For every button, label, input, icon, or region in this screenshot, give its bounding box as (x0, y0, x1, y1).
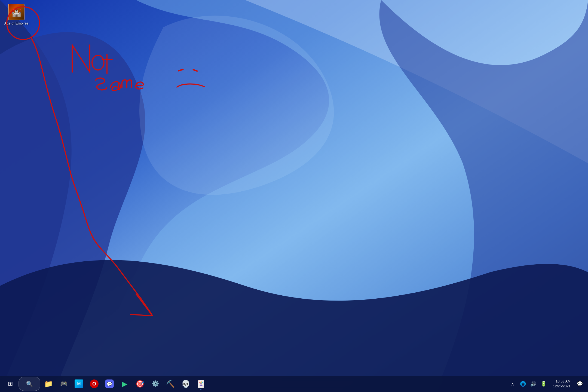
tray-volume[interactable]: 🔊 (528, 378, 538, 390)
taskbar-app-skull[interactable]: 💀 (179, 377, 193, 391)
discord-icon: 💬 (105, 379, 114, 388)
search-button[interactable]: 🔍 (19, 377, 40, 391)
age-of-empires-label: Age of Empires (4, 21, 29, 26)
taskbar-app-minecraft[interactable]: ⛏️ (163, 377, 177, 391)
taskbar-app-game2[interactable]: 🃏 (194, 377, 208, 391)
clock-time: 10:53 AM (556, 379, 571, 384)
xbox-icon: 🎯 (136, 380, 144, 388)
game2-icon: 🃏 (197, 380, 205, 388)
file-explorer-icon: 📁 (44, 380, 53, 388)
tray-icons: ∧ 🌐 🔊 🔋 (508, 378, 549, 390)
minecraft-icon: ⛏️ (166, 380, 175, 388)
notification-button[interactable]: 💬 (575, 378, 585, 390)
taskbar-app-gamebar[interactable]: 🎮 (57, 377, 71, 391)
taskbar-app-opera[interactable]: O (87, 377, 101, 391)
edge-icon: ▶ (122, 380, 127, 388)
search-icon: 🔍 (26, 381, 33, 387)
taskbar-app-discord[interactable]: 💬 (102, 377, 117, 391)
opera-icon: O (90, 379, 99, 388)
age-of-empires-icon (8, 4, 24, 20)
gamebar-icon: 🎮 (60, 380, 68, 387)
tray-chevron[interactable]: ∧ (508, 378, 517, 390)
desktop: Age of Empires (0, 0, 588, 392)
taskbar-app-cortana[interactable]: M (72, 377, 86, 391)
taskbar-app-steam[interactable]: ⚙️ (148, 377, 162, 391)
skull-icon: 💀 (181, 380, 190, 388)
start-button[interactable]: ⊞ (3, 377, 17, 391)
taskbar-app-xbox[interactable]: 🎯 (133, 377, 147, 391)
wallpaper (0, 0, 588, 392)
system-tray: ∧ 🌐 🔊 🔋 10:53 AM 12/25/2021 💬 (508, 377, 585, 391)
taskbar: ⊞ 🔍 📁 🎮 M O 💬 ▶ 🎯 ⚙️ (0, 376, 588, 392)
desktop-icon-age-of-empires[interactable]: Age of Empires (3, 3, 30, 27)
steam-icon: ⚙️ (152, 380, 159, 387)
start-icon: ⊞ (8, 380, 13, 387)
cortana-icon: M (75, 379, 83, 388)
tray-battery[interactable]: 🔋 (539, 378, 549, 390)
clock[interactable]: 10:53 AM 12/25/2021 (551, 377, 573, 391)
taskbar-app-edge[interactable]: ▶ (118, 377, 132, 391)
tray-network[interactable]: 🌐 (518, 378, 528, 390)
clock-date: 12/25/2021 (553, 384, 571, 389)
taskbar-app-file-explorer[interactable]: 📁 (41, 377, 56, 391)
